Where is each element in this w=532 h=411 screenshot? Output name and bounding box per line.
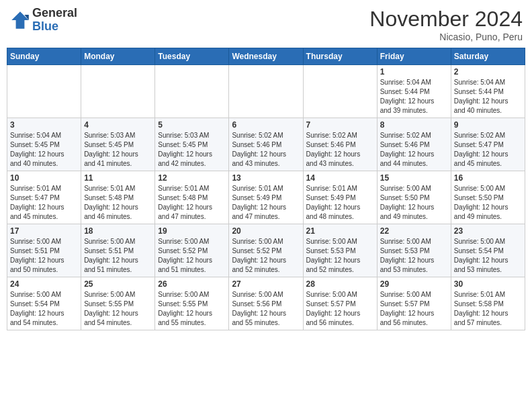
day-number: 1 — [380, 67, 448, 77]
day-cell: 14Sunrise: 5:01 AM Sunset: 5:49 PM Dayli… — [303, 171, 377, 224]
day-info: Sunrise: 5:00 AM Sunset: 5:50 PM Dayligh… — [380, 184, 448, 222]
day-number: 3 — [10, 120, 78, 130]
day-number: 14 — [306, 173, 374, 183]
day-cell: 25Sunrise: 5:00 AM Sunset: 5:55 PM Dayli… — [81, 277, 155, 330]
day-cell: 1Sunrise: 5:04 AM Sunset: 5:44 PM Daylig… — [377, 65, 451, 118]
logo-icon — [9, 9, 31, 31]
day-info: Sunrise: 5:02 AM Sunset: 5:47 PM Dayligh… — [454, 131, 522, 169]
day-info: Sunrise: 5:04 AM Sunset: 5:44 PM Dayligh… — [380, 78, 448, 116]
weekday-header-row: SundayMondayTuesdayWednesdayThursdayFrid… — [7, 48, 525, 65]
logo-blue: Blue — [32, 19, 58, 33]
day-number: 30 — [454, 279, 522, 289]
weekday-header-wednesday: Wednesday — [229, 48, 303, 65]
week-row-3: 10Sunrise: 5:01 AM Sunset: 5:47 PM Dayli… — [7, 171, 525, 224]
week-row-2: 3Sunrise: 5:04 AM Sunset: 5:45 PM Daylig… — [7, 118, 525, 171]
day-number: 10 — [10, 173, 78, 183]
day-info: Sunrise: 5:02 AM Sunset: 5:46 PM Dayligh… — [380, 131, 448, 169]
day-cell: 18Sunrise: 5:00 AM Sunset: 5:51 PM Dayli… — [81, 224, 155, 277]
day-number: 11 — [84, 173, 152, 183]
logo: General Blue — [9, 7, 77, 34]
day-info: Sunrise: 5:00 AM Sunset: 5:53 PM Dayligh… — [380, 237, 448, 275]
weekday-header-tuesday: Tuesday — [155, 48, 229, 65]
day-cell: 22Sunrise: 5:00 AM Sunset: 5:53 PM Dayli… — [377, 224, 451, 277]
day-info: Sunrise: 5:04 AM Sunset: 5:44 PM Dayligh… — [454, 78, 522, 116]
day-number: 2 — [454, 67, 522, 77]
day-info: Sunrise: 5:00 AM Sunset: 5:54 PM Dayligh… — [10, 290, 78, 328]
day-cell — [303, 65, 377, 118]
calendar-table: SundayMondayTuesdayWednesdayThursdayFrid… — [7, 48, 525, 330]
day-info: Sunrise: 5:00 AM Sunset: 5:52 PM Dayligh… — [158, 237, 226, 275]
day-number: 27 — [232, 279, 300, 289]
day-info: Sunrise: 5:03 AM Sunset: 5:45 PM Dayligh… — [158, 131, 226, 169]
weekday-header-sunday: Sunday — [7, 48, 81, 65]
day-number: 25 — [84, 279, 152, 289]
day-number: 28 — [306, 279, 374, 289]
day-info: Sunrise: 5:00 AM Sunset: 5:57 PM Dayligh… — [380, 290, 448, 328]
day-cell: 13Sunrise: 5:01 AM Sunset: 5:49 PM Dayli… — [229, 171, 303, 224]
day-number: 29 — [380, 279, 448, 289]
logo-general: General — [32, 6, 77, 19]
day-cell: 19Sunrise: 5:00 AM Sunset: 5:52 PM Dayli… — [155, 224, 229, 277]
day-info: Sunrise: 5:00 AM Sunset: 5:51 PM Dayligh… — [84, 237, 152, 275]
logo-text: General Blue — [32, 7, 77, 34]
day-cell: 8Sunrise: 5:02 AM Sunset: 5:46 PM Daylig… — [377, 118, 451, 171]
title-block: November 2024 Nicasio, Puno, Peru — [369, 7, 523, 42]
weekday-header-saturday: Saturday — [451, 48, 525, 65]
day-info: Sunrise: 5:00 AM Sunset: 5:51 PM Dayligh… — [10, 237, 78, 275]
day-number: 4 — [84, 120, 152, 130]
day-number: 16 — [454, 173, 522, 183]
day-cell: 20Sunrise: 5:00 AM Sunset: 5:52 PM Dayli… — [229, 224, 303, 277]
day-number: 15 — [380, 173, 448, 183]
day-number: 8 — [380, 120, 448, 130]
day-number: 6 — [232, 120, 300, 130]
day-cell — [7, 65, 81, 118]
day-cell: 4Sunrise: 5:03 AM Sunset: 5:45 PM Daylig… — [81, 118, 155, 171]
day-cell: 3Sunrise: 5:04 AM Sunset: 5:45 PM Daylig… — [7, 118, 81, 171]
day-cell: 30Sunrise: 5:01 AM Sunset: 5:58 PM Dayli… — [451, 277, 525, 330]
day-cell: 10Sunrise: 5:01 AM Sunset: 5:47 PM Dayli… — [7, 171, 81, 224]
day-cell — [229, 65, 303, 118]
week-row-4: 17Sunrise: 5:00 AM Sunset: 5:51 PM Dayli… — [7, 224, 525, 277]
month-title: November 2024 — [369, 7, 523, 32]
day-info: Sunrise: 5:00 AM Sunset: 5:52 PM Dayligh… — [232, 237, 300, 275]
day-cell: 2Sunrise: 5:04 AM Sunset: 5:44 PM Daylig… — [451, 65, 525, 118]
day-info: Sunrise: 5:00 AM Sunset: 5:55 PM Dayligh… — [84, 290, 152, 328]
day-cell: 17Sunrise: 5:00 AM Sunset: 5:51 PM Dayli… — [7, 224, 81, 277]
day-info: Sunrise: 5:00 AM Sunset: 5:55 PM Dayligh… — [158, 290, 226, 328]
day-info: Sunrise: 5:00 AM Sunset: 5:50 PM Dayligh… — [454, 184, 522, 222]
day-cell: 21Sunrise: 5:00 AM Sunset: 5:53 PM Dayli… — [303, 224, 377, 277]
weekday-header-thursday: Thursday — [303, 48, 377, 65]
week-row-1: 1Sunrise: 5:04 AM Sunset: 5:44 PM Daylig… — [7, 65, 525, 118]
day-cell: 28Sunrise: 5:00 AM Sunset: 5:57 PM Dayli… — [303, 277, 377, 330]
weekday-header-friday: Friday — [377, 48, 451, 65]
week-row-5: 24Sunrise: 5:00 AM Sunset: 5:54 PM Dayli… — [7, 277, 525, 330]
day-info: Sunrise: 5:00 AM Sunset: 5:56 PM Dayligh… — [232, 290, 300, 328]
day-cell: 6Sunrise: 5:02 AM Sunset: 5:46 PM Daylig… — [229, 118, 303, 171]
day-number: 9 — [454, 120, 522, 130]
day-cell: 9Sunrise: 5:02 AM Sunset: 5:47 PM Daylig… — [451, 118, 525, 171]
day-cell: 15Sunrise: 5:00 AM Sunset: 5:50 PM Dayli… — [377, 171, 451, 224]
day-info: Sunrise: 5:01 AM Sunset: 5:47 PM Dayligh… — [10, 184, 78, 222]
day-number: 5 — [158, 120, 226, 130]
day-info: Sunrise: 5:00 AM Sunset: 5:57 PM Dayligh… — [306, 290, 374, 328]
day-number: 7 — [306, 120, 374, 130]
day-info: Sunrise: 5:03 AM Sunset: 5:45 PM Dayligh… — [84, 131, 152, 169]
page-header: General Blue November 2024 Nicasio, Puno… — [7, 7, 525, 42]
day-info: Sunrise: 5:04 AM Sunset: 5:45 PM Dayligh… — [10, 131, 78, 169]
day-cell: 16Sunrise: 5:00 AM Sunset: 5:50 PM Dayli… — [451, 171, 525, 224]
day-cell: 11Sunrise: 5:01 AM Sunset: 5:48 PM Dayli… — [81, 171, 155, 224]
day-number: 21 — [306, 226, 374, 236]
day-cell — [81, 65, 155, 118]
weekday-header-monday: Monday — [81, 48, 155, 65]
day-number: 22 — [380, 226, 448, 236]
day-number: 18 — [84, 226, 152, 236]
day-cell: 27Sunrise: 5:00 AM Sunset: 5:56 PM Dayli… — [229, 277, 303, 330]
day-number: 24 — [10, 279, 78, 289]
day-number: 23 — [454, 226, 522, 236]
day-number: 12 — [158, 173, 226, 183]
day-cell: 24Sunrise: 5:00 AM Sunset: 5:54 PM Dayli… — [7, 277, 81, 330]
day-cell — [155, 65, 229, 118]
day-number: 19 — [158, 226, 226, 236]
day-cell: 26Sunrise: 5:00 AM Sunset: 5:55 PM Dayli… — [155, 277, 229, 330]
day-info: Sunrise: 5:01 AM Sunset: 5:49 PM Dayligh… — [306, 184, 374, 222]
